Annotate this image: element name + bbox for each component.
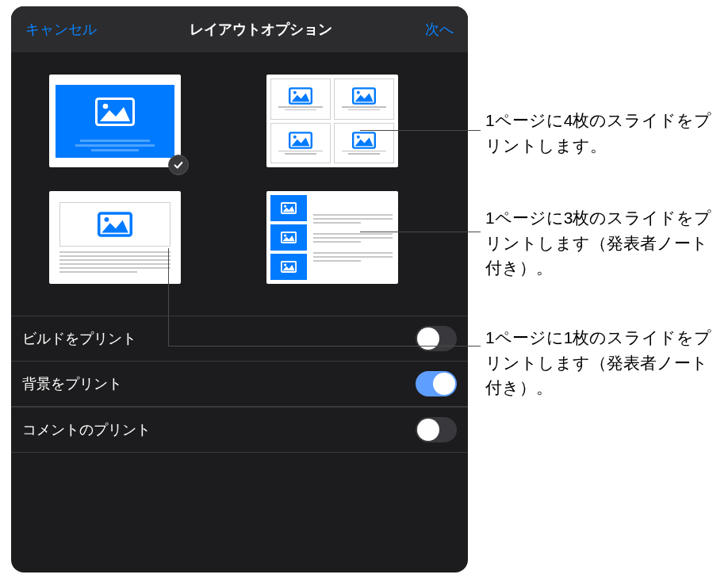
svg-point-13 <box>284 205 286 208</box>
layout-four-slides[interactable] <box>266 75 398 167</box>
print-comments-toggle[interactable] <box>416 417 457 442</box>
svg-point-1 <box>103 104 109 109</box>
layout-three-slides-notes[interactable] <box>266 191 398 284</box>
slide-preview <box>59 202 171 247</box>
image-icon <box>281 261 297 273</box>
text-lines <box>56 140 174 151</box>
header-title: レイアウトオプション <box>190 20 332 39</box>
toggle-label: 背景をプリント <box>22 374 122 393</box>
print-comments-row: コメントのプリント <box>11 407 468 453</box>
print-builds-row: ビルドをプリント <box>11 316 468 362</box>
notes-lines <box>59 251 171 273</box>
three-up-preview <box>270 195 394 280</box>
cancel-button[interactable]: キャンセル <box>25 20 97 39</box>
layout-single-slide[interactable] <box>49 75 181 167</box>
image-icon <box>281 202 297 214</box>
image-icon <box>95 98 135 126</box>
print-builds-toggle[interactable] <box>416 326 457 351</box>
toggle-label: ビルドをプリント <box>22 329 136 348</box>
image-icon <box>352 132 376 149</box>
layout-grid <box>11 52 468 298</box>
callout-four-slides: 1ページに4枚のスライドをプリントします。 <box>485 108 715 158</box>
image-icon <box>98 212 132 237</box>
print-background-toggle[interactable] <box>416 371 457 396</box>
notes-lines <box>312 195 394 280</box>
callout-leader <box>360 130 481 131</box>
layout-options-panel: キャンセル レイアウトオプション 次へ <box>11 6 468 572</box>
callout-leader <box>360 232 481 232</box>
svg-point-7 <box>293 136 297 139</box>
callout-leader <box>168 248 169 346</box>
svg-point-17 <box>284 264 286 266</box>
image-icon <box>289 132 312 149</box>
svg-point-11 <box>105 217 109 222</box>
svg-point-3 <box>293 91 297 94</box>
image-icon <box>352 87 376 105</box>
header: キャンセル レイアウトオプション 次へ <box>11 6 468 52</box>
svg-point-15 <box>284 235 286 237</box>
image-icon <box>289 87 312 105</box>
next-button[interactable]: 次へ <box>425 20 454 39</box>
options-list: ビルドをプリント 背景をプリント コメントのプリント <box>11 316 468 453</box>
callout-three-slides: 1ページに3枚のスライドをプリントします（発表者ノート付き）。 <box>485 205 720 281</box>
image-icon <box>281 232 297 243</box>
slide-preview <box>56 85 174 158</box>
layout-one-slide-notes[interactable] <box>49 191 181 284</box>
callout-one-slide: 1ページに1枚のスライドをプリントします（発表者ノート付き）。 <box>485 325 720 400</box>
svg-point-9 <box>357 136 360 139</box>
print-background-row: 背景をプリント <box>11 361 468 407</box>
selected-check-icon <box>168 155 189 175</box>
toggle-label: コメントのプリント <box>22 420 151 439</box>
callout-leader <box>168 346 481 347</box>
four-up-preview <box>270 78 394 163</box>
svg-point-5 <box>357 91 360 94</box>
